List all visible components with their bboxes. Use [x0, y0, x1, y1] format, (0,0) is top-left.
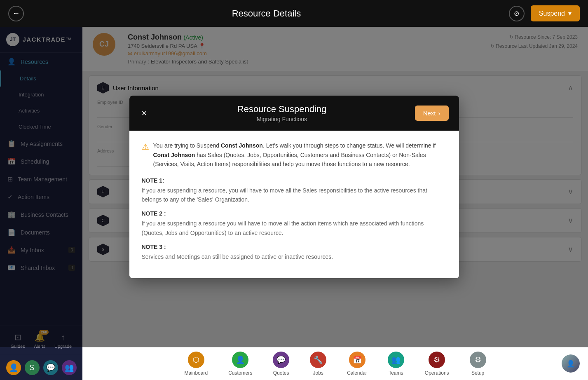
nav-item-setup[interactable]: ⚙ Setup	[470, 352, 486, 376]
back-button[interactable]: ←	[8, 6, 24, 21]
jobs-icon: 🔧	[310, 352, 326, 368]
nav-item-mainboard[interactable]: ⬡ Mainboard	[184, 352, 208, 376]
chat-footer-icon[interactable]: 💬	[43, 360, 58, 375]
compass-icon: ⊘	[514, 9, 519, 17]
nav-item-quotes[interactable]: 💬 Quotes	[273, 352, 289, 376]
nav-item-customers[interactable]: 👤 Customers	[228, 352, 252, 376]
group-footer-icon[interactable]: 👥	[62, 360, 77, 375]
customers-icon: 👤	[232, 352, 248, 368]
modal-body: ⚠ You are trying to Suspend Const Johnso…	[129, 131, 459, 278]
resource-suspending-modal: × Resource Suspending Migrating Function…	[129, 96, 459, 278]
warning-row: ⚠ You are trying to Suspend Const Johnso…	[142, 141, 447, 169]
nav-item-operations[interactable]: ⚙ Operations	[425, 352, 449, 376]
next-arrow-icon: ›	[438, 110, 440, 117]
dollar-footer-icon[interactable]: $	[25, 360, 40, 375]
nav-item-calendar[interactable]: 📅 Calendar	[347, 352, 367, 376]
top-header: ← Resource Details ⊘ Suspend ▾	[0, 0, 588, 27]
setup-icon: ⚙	[470, 352, 486, 368]
quotes-icon: 💬	[273, 352, 289, 368]
operations-icon: ⚙	[429, 352, 445, 368]
sidebar-footer-icons: 👤 $ 💬 👥	[0, 355, 82, 380]
nav-item-teams[interactable]: 👥 Teams	[388, 352, 404, 376]
calendar-icon: 📅	[349, 352, 365, 368]
warning-text: You are trying to Suspend Const Johnson.…	[153, 141, 447, 169]
note-2: NOTE 2 : If you are suspending a resourc…	[142, 210, 447, 237]
teams-icon: 👥	[388, 352, 404, 368]
modal-close-button[interactable]: ×	[140, 106, 149, 121]
user-avatar[interactable]: 👤	[562, 354, 580, 373]
bottom-nav: ⬡ Mainboard 👤 Customers 💬 Quotes 🔧 Jobs …	[82, 347, 588, 380]
modal-next-button[interactable]: Next ›	[415, 106, 449, 121]
user-avatar-image: 👤	[562, 354, 580, 373]
mainboard-icon: ⬡	[188, 352, 204, 368]
person-footer-icon[interactable]: 👤	[6, 360, 21, 375]
chevron-down-icon: ▾	[568, 9, 572, 17]
nav-item-jobs[interactable]: 🔧 Jobs	[310, 352, 326, 376]
warning-icon: ⚠	[142, 142, 149, 152]
modal-title: Resource Suspending	[149, 104, 415, 115]
note-1: NOTE 1: If you are suspending a resource…	[142, 177, 447, 204]
compass-button[interactable]: ⊘	[509, 6, 525, 21]
suspend-label: Suspend	[539, 10, 565, 17]
modal-subtitle: Migrating Functions	[149, 116, 415, 122]
modal-overlay: × Resource Suspending Migrating Function…	[0, 27, 588, 347]
note-3: NOTE 3 : Services and Meetings can still…	[142, 244, 447, 261]
modal-header: × Resource Suspending Migrating Function…	[129, 96, 459, 131]
next-label: Next	[423, 110, 436, 117]
page-title: Resource Details	[232, 8, 301, 19]
modal-title-area: Resource Suspending Migrating Functions	[149, 104, 415, 122]
suspend-button[interactable]: Suspend ▾	[531, 5, 580, 21]
header-actions: ⊘ Suspend ▾	[509, 5, 580, 21]
